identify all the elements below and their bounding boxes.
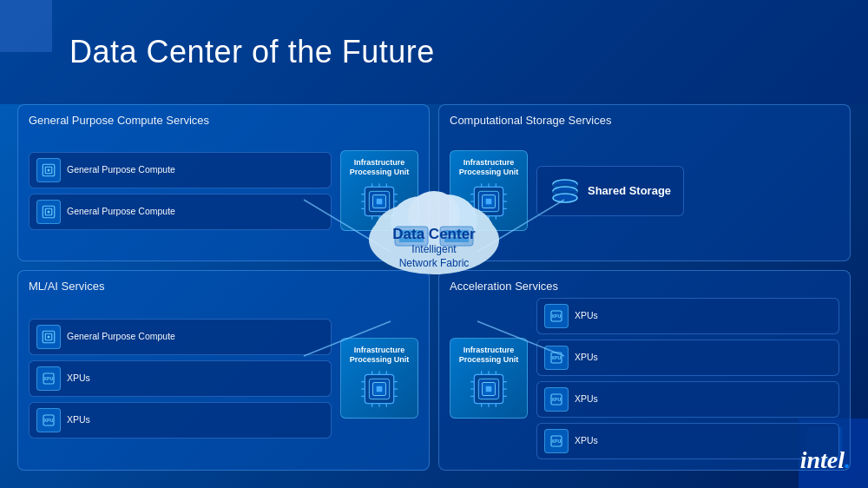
accel-label-1: XPUs	[575, 310, 598, 322]
svg-text:XPU: XPU	[552, 313, 562, 319]
svg-text:XPU: XPU	[552, 397, 562, 402]
mlai-ipu-chip-icon	[358, 367, 401, 411]
cloud-title: Data Center	[392, 226, 475, 243]
svg-rect-73	[486, 386, 492, 392]
accel-label-2: XPUs	[575, 352, 598, 364]
accel-ipu-label: InfrastructureProcessing Unit	[459, 346, 519, 365]
intel-dot: .	[845, 446, 851, 473]
intel-logo: intel.	[800, 446, 851, 474]
gpc-label-2: General Purpose Compute	[67, 206, 175, 218]
mlai-items-col: General Purpose Compute XPU XPUs	[29, 319, 332, 439]
accel-item-2: XPU XPUs	[536, 340, 839, 376]
cloud-text: Data Center IntelligentNetwork Fabric	[392, 226, 475, 270]
mlai-label-2: XPUs	[67, 373, 90, 385]
accel-xpu-icon-2: XPU	[544, 346, 569, 370]
svg-point-6	[48, 168, 50, 171]
center-cloud: Data Center IntelligentNetwork Fabric	[347, 170, 521, 318]
accel-item-3: XPU XPUs	[536, 381, 839, 418]
svg-text:XPU: XPU	[44, 376, 54, 381]
gpc-services-title: General Purpose Compute Services	[29, 114, 418, 127]
storage-icon	[549, 175, 581, 207]
mlai-xpu-icon-1: XPU	[36, 366, 61, 391]
gpc-icon-1	[36, 158, 61, 182]
accel-item-4: XPU XPUs	[536, 423, 839, 459]
gpc-items-col: General Purpose Compute General Purpose …	[29, 152, 332, 230]
accel-label-4: XPUs	[575, 435, 598, 447]
shared-storage-card: Shared Storage	[536, 166, 684, 216]
mlai-xpu-icon-2: XPU	[36, 408, 61, 432]
gpc-icon-2	[36, 200, 61, 224]
mlai-item-2: XPU XPUs	[29, 360, 332, 397]
mlai-item-1: General Purpose Compute	[29, 319, 332, 355]
svg-point-49	[48, 335, 50, 338]
page-title: Data Center of the Future	[69, 34, 435, 70]
accel-item-1: XPU XPUs	[536, 298, 839, 334]
gpc-item-2: General Purpose Compute	[29, 194, 332, 230]
mlai-ipu-label: InfrastructureProcessing Unit	[350, 346, 410, 365]
mlai-label-3: XPUs	[67, 414, 90, 426]
svg-point-9	[48, 210, 50, 213]
accel-ipu-chip-icon	[467, 367, 510, 411]
mlai-services-content: General Purpose Compute XPU XPUs	[29, 300, 418, 457]
cloud-subtitle: IntelligentNetwork Fabric	[392, 243, 475, 270]
shared-storage-label: Shared Storage	[588, 184, 671, 197]
svg-text:XPU: XPU	[44, 418, 54, 423]
accel-services-content: InfrastructureProcessing Unit	[450, 300, 839, 457]
title-bar: Data Center of the Future	[0, 0, 868, 104]
svg-text:XPU: XPU	[552, 355, 562, 360]
mlai-ipu-card: InfrastructureProcessing Unit	[340, 338, 418, 419]
mlai-label-1: General Purpose Compute	[67, 331, 175, 343]
accel-xpu-icon-4: XPU	[544, 429, 569, 453]
accel-ipu-card: InfrastructureProcessing Unit	[450, 338, 528, 419]
svg-text:XPU: XPU	[552, 439, 562, 444]
css-services-title: Computational Storage Services	[450, 114, 839, 127]
accel-items-col: XPU XPUs XPU XPUs	[536, 298, 839, 459]
mlai-item-3: XPU XPUs	[29, 402, 332, 439]
gpc-label-1: General Purpose Compute	[67, 164, 175, 176]
accel-label-3: XPUs	[575, 393, 598, 406]
svg-rect-57	[377, 386, 383, 392]
accel-xpu-icon-3: XPU	[544, 387, 569, 412]
gpc-item-1: General Purpose Compute	[29, 152, 332, 188]
svg-point-46	[553, 194, 577, 202]
mlai-icon-1	[36, 325, 61, 349]
accel-xpu-icon-1: XPU	[544, 304, 569, 328]
intel-wordmark: intel	[800, 446, 845, 473]
